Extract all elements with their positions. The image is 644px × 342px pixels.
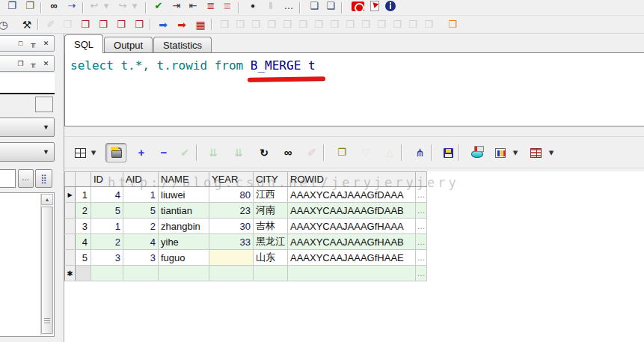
cell-city[interactable] xyxy=(254,266,288,281)
row-selector[interactable] xyxy=(65,203,76,219)
find-data-icon[interactable]: ∞ xyxy=(282,147,294,159)
comment-lines-icon[interactable]: ≣ xyxy=(205,0,217,12)
column-header-city[interactable]: CITY xyxy=(254,172,288,187)
chart-icon[interactable] xyxy=(495,148,506,158)
cell-city[interactable]: 河南 xyxy=(254,203,288,219)
cell-aid[interactable] xyxy=(123,266,159,281)
browse-ellipsis-button[interactable]: … xyxy=(18,169,34,188)
copy-icon[interactable]: ❐ xyxy=(6,0,18,12)
note-book-icon[interactable]: ❒ xyxy=(97,19,109,31)
toolbox-icon[interactable]: ▦ xyxy=(194,19,206,31)
cell-year[interactable] xyxy=(209,266,254,281)
run-to-cursor-icon[interactable]: … xyxy=(283,0,295,12)
row-selector[interactable] xyxy=(65,234,76,250)
indent-icon[interactable]: ⇥ xyxy=(171,0,183,12)
row-selector[interactable] xyxy=(65,250,76,266)
row-number-cell[interactable]: 3 xyxy=(76,219,91,234)
cell-rowid[interactable] xyxy=(288,266,416,281)
cell-expand-button[interactable]: … xyxy=(416,266,427,281)
connection-dropdown[interactable]: ▼ xyxy=(0,117,55,137)
column-header-year[interactable]: YEAR xyxy=(209,172,254,187)
cell-name[interactable]: yihe xyxy=(159,234,209,250)
pdf-icon[interactable] xyxy=(370,1,379,11)
outdent-icon[interactable]: ⇤ xyxy=(187,0,199,12)
cell-id[interactable]: 2 xyxy=(91,234,123,250)
column-header-id[interactable]: ID xyxy=(91,172,123,187)
row-selector[interactable] xyxy=(65,219,76,234)
sql-editor[interactable]: select t.*, t.rowid from B_MERGE t xyxy=(64,52,644,126)
row-number-cell[interactable]: 4 xyxy=(76,234,91,250)
debug-book-icon[interactable]: ❒ xyxy=(79,19,91,31)
cell-expand-button[interactable]: … xyxy=(416,234,427,250)
chart-caret-icon[interactable]: ▾ xyxy=(509,147,521,159)
history-icon[interactable]: ◷ xyxy=(0,19,9,31)
uncomment-lines-icon[interactable]: ≣ xyxy=(221,0,233,12)
refresh-icon[interactable]: ↻ xyxy=(258,147,270,159)
row-number-cell[interactable]: 2 xyxy=(76,203,91,219)
cell-year[interactable]: 80 xyxy=(209,187,254,203)
cell-year[interactable]: 23 xyxy=(209,203,254,219)
cell-id[interactable] xyxy=(91,266,123,281)
configure-tools-icon[interactable]: ⚒ xyxy=(21,19,33,31)
break-execution-icon[interactable]: ➡ xyxy=(176,19,188,31)
cell-expand-button[interactable]: … xyxy=(416,203,427,219)
save-results-icon[interactable] xyxy=(444,148,453,158)
tab-sql[interactable]: SQL xyxy=(64,34,103,53)
scrollbar-thumb[interactable] xyxy=(41,207,53,334)
cell-rowid[interactable]: AAAXYCAAJAAAGfHAAB xyxy=(288,234,416,250)
column-header-name[interactable]: NAME xyxy=(159,172,209,187)
find-icon[interactable]: ∞ xyxy=(48,0,60,12)
master-detail-icon[interactable]: ⋔ xyxy=(414,147,426,159)
scroll-up-button[interactable]: ▲ xyxy=(41,194,53,205)
report-icon[interactable] xyxy=(530,148,542,158)
cell-city[interactable]: 黑龙江 xyxy=(254,234,288,250)
copy-book-icon[interactable]: ❒ xyxy=(115,19,127,31)
row-number-cell[interactable]: 5 xyxy=(76,250,91,266)
cell-aid[interactable]: 5 xyxy=(123,203,159,219)
current-row-marker[interactable]: ▶ xyxy=(65,187,76,203)
column-header-rowid[interactable]: ROWID xyxy=(288,172,416,187)
column-header-aid[interactable]: AID xyxy=(123,172,159,187)
cell-year[interactable]: 33 xyxy=(209,234,254,250)
paste-icon[interactable]: ❐ xyxy=(24,0,36,12)
cell-id[interactable]: 5 xyxy=(91,203,123,219)
pin-icon[interactable]: ╥ xyxy=(28,39,38,49)
config-book-icon[interactable]: ❒ xyxy=(133,19,145,31)
cell-name[interactable]: zhangbin xyxy=(159,219,209,234)
toggle-breakpoint-icon[interactable]: ● xyxy=(247,0,259,12)
cell-city[interactable]: 山东 xyxy=(254,250,288,266)
restore-icon[interactable]: □ xyxy=(16,39,25,49)
syntax-check-icon[interactable]: ✔ xyxy=(153,0,165,12)
row-number-cell[interactable] xyxy=(76,266,91,281)
document-icon-button[interactable]: ⣿ xyxy=(35,169,52,188)
close-icon[interactable]: ✕ xyxy=(41,39,51,49)
cell-rowid[interactable]: AAAXYCAAJAAAGfDAAB xyxy=(288,203,416,219)
cell-name[interactable]: liuwei xyxy=(159,187,209,203)
tab-output[interactable]: Output xyxy=(104,37,153,52)
cell-expand-button[interactable]: … xyxy=(416,187,427,203)
execute-icon[interactable]: ➡ xyxy=(157,19,169,31)
cell-year[interactable]: 30 xyxy=(209,219,254,234)
cell-rowid[interactable]: AAAXYCAAJAAAGfDAAA xyxy=(288,187,416,203)
cell-id[interactable]: 3 xyxy=(91,250,123,266)
cell-name[interactable]: tiantian xyxy=(159,203,209,219)
cell-name[interactable]: fuguo xyxy=(159,250,209,266)
pin-icon[interactable]: ╥ xyxy=(28,59,38,69)
about-icon[interactable] xyxy=(385,1,396,11)
cascade-icon[interactable]: ❐ xyxy=(16,59,25,69)
window-organizer-icon[interactable]: ❏ xyxy=(325,0,337,12)
goto-line-icon[interactable]: ⇢ xyxy=(66,0,78,12)
lock-record-icon-button[interactable] xyxy=(105,143,126,162)
close-icon[interactable]: ✕ xyxy=(41,59,51,69)
cell-id[interactable]: 4 xyxy=(91,187,123,203)
cell-year[interactable] xyxy=(209,250,254,266)
copy-to-clipboard-icon[interactable]: ❐ xyxy=(336,147,348,159)
vertical-scrollbar[interactable]: ▲ xyxy=(40,194,53,335)
delete-record-icon[interactable]: − xyxy=(158,147,170,159)
cell-aid[interactable]: 1 xyxy=(123,187,159,203)
cell-rowid[interactable]: AAAXYCAAJAAAGfHAAA xyxy=(288,219,416,234)
filter-dropdown[interactable]: ▼ xyxy=(0,142,55,162)
cell-name[interactable] xyxy=(159,266,209,281)
new-row-marker[interactable]: ✱ xyxy=(65,266,76,281)
report-caret-icon[interactable]: ▾ xyxy=(545,147,557,159)
